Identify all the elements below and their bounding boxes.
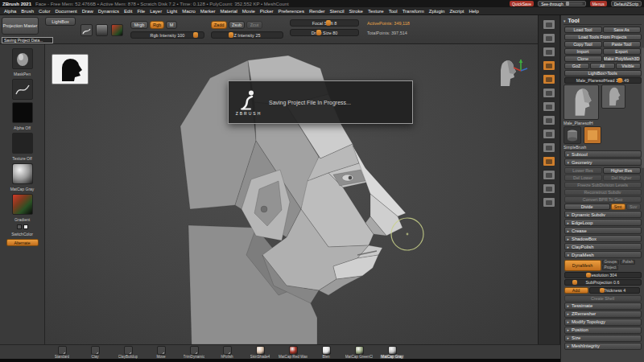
- menu-item[interactable]: Picker: [260, 9, 274, 14]
- menu-item[interactable]: Brush: [21, 9, 34, 14]
- subsection-header[interactable]: Size: [564, 335, 642, 342]
- menu-item[interactable]: Draw: [82, 9, 93, 14]
- subsection-header[interactable]: Position: [564, 327, 642, 334]
- geometry-button[interactable]: Suv: [626, 204, 641, 210]
- shelf-item[interactable]: hPolish: [212, 346, 242, 359]
- create-shell-button[interactable]: Create Shell: [564, 295, 642, 302]
- subsection-header[interactable]: ShadowBox: [564, 235, 642, 242]
- tool-button[interactable]: LightBox>Tools: [564, 70, 642, 76]
- menu-item[interactable]: Material: [221, 9, 237, 14]
- menu-item[interactable]: Movie: [242, 9, 255, 14]
- shelf-item[interactable]: MatCap Red Wax: [278, 346, 308, 359]
- shelf-item[interactable]: TrimDynamic: [179, 346, 209, 359]
- menu-item[interactable]: Color: [39, 9, 50, 14]
- menu-item[interactable]: Alpha: [4, 9, 16, 14]
- draw-size-slider[interactable]: Draw Size 80: [290, 29, 359, 36]
- menu-item[interactable]: Dynamics: [98, 9, 119, 14]
- menu-item[interactable]: Marker: [200, 9, 216, 14]
- subsection-header[interactable]: Modify Topology: [564, 319, 642, 326]
- mrgb-button[interactable]: Mrgb: [130, 21, 148, 29]
- menu-item[interactable]: Stroke: [349, 9, 363, 14]
- geometry-button[interactable]: Divide: [564, 204, 610, 210]
- tool-button[interactable]: Load Tools From Projects: [564, 34, 642, 40]
- lightbox-button[interactable]: LightBox: [45, 17, 76, 26]
- menu-item[interactable]: Tool: [389, 9, 398, 14]
- zcut-button[interactable]: Zcut: [246, 21, 262, 29]
- zsub-button[interactable]: Zsub: [229, 21, 245, 29]
- shelf-item[interactable]: Move: [146, 346, 176, 359]
- tool-button[interactable]: Copy Tool: [564, 41, 602, 47]
- dynamesh-toggle[interactable]: Groups: [602, 260, 620, 265]
- palette-icon[interactable]: [543, 19, 555, 30]
- sculpt-canvas[interactable]: ZBRUSH Saving Project File In Progress..…: [45, 44, 538, 344]
- axis-gizmo-icon[interactable]: [512, 56, 530, 78]
- see-through-track[interactable]: [565, 2, 583, 5]
- palette-icon[interactable]: [543, 156, 555, 167]
- default-zscript-button[interactable]: DefaultZScrip: [611, 1, 642, 6]
- palette-icon[interactable]: [543, 115, 555, 125]
- tool-button[interactable]: Import: [564, 48, 602, 55]
- alpha-thumbnail[interactable]: [12, 102, 33, 123]
- subsection-header[interactable]: Tessimate: [564, 302, 642, 310]
- current-tool-thumbnail[interactable]: [564, 84, 599, 120]
- quicksave-button[interactable]: QuickSave: [510, 1, 534, 6]
- tool-button[interactable]: Export: [603, 48, 641, 55]
- geometry-button[interactable]: Convert BPR To Geo: [564, 196, 642, 203]
- see-through-knob[interactable]: [566, 2, 569, 6]
- menu-item[interactable]: Zscript: [449, 9, 464, 14]
- menu-item[interactable]: Transform: [402, 9, 424, 14]
- geometry-button[interactable]: Del Lower: [564, 175, 602, 181]
- subsection-header[interactable]: Dynamic Subdiv: [564, 211, 642, 218]
- shelf-item[interactable]: Clay: [80, 346, 110, 359]
- tool-button[interactable]: Clone: [564, 56, 602, 62]
- dynamesh-toggle[interactable]: Project: [602, 265, 619, 270]
- menus-button[interactable]: Menus: [590, 1, 607, 6]
- palette-icon[interactable]: [543, 142, 555, 153]
- secondary-color-swatch[interactable]: [23, 224, 28, 229]
- stroke-icon[interactable]: [96, 24, 108, 36]
- current-tool-slider[interactable]: Male_PlanesofHead 126.49: [564, 77, 642, 84]
- color-icon[interactable]: [111, 24, 123, 36]
- material-thumbnail[interactable]: [12, 163, 33, 184]
- subsection-header[interactable]: ClayPolish: [564, 243, 642, 250]
- shelf-item[interactable]: Blen: [311, 346, 341, 359]
- z-intensity-slider[interactable]: Z Intensity 25: [211, 31, 283, 39]
- palette-icon[interactable]: [543, 47, 555, 57]
- current-brush-icon[interactable]: [80, 24, 93, 36]
- palette-icon[interactable]: [543, 33, 555, 43]
- geometry-button[interactable]: Del Higher: [603, 175, 641, 181]
- add-button[interactable]: Add: [564, 287, 588, 294]
- projection-master-button[interactable]: Projection Master: [2, 17, 39, 35]
- focal-shift-slider[interactable]: Focal Shift 8: [290, 19, 359, 27]
- dynamesh-button[interactable]: DynaMesh: [564, 260, 601, 271]
- see-through-slider[interactable]: See-through: [538, 1, 586, 6]
- geometry-button[interactable]: Freeze SubDivision Levels: [564, 182, 642, 188]
- tool-thumbnail-simplebrush[interactable]: [584, 126, 601, 144]
- geometry-button[interactable]: Reconstruct Subdiv: [564, 189, 642, 195]
- subprojection-slider[interactable]: SubProjection 0.6: [564, 279, 642, 286]
- shelf-item[interactable]: Standard: [47, 346, 77, 359]
- tool-button[interactable]: Load Tool: [564, 27, 602, 33]
- palette-icon[interactable]: [543, 60, 555, 71]
- tool-button[interactable]: Visible: [616, 63, 641, 69]
- palette-icon[interactable]: [543, 74, 555, 84]
- shelf-item[interactable]: ClayBuildup: [113, 346, 143, 359]
- tool-button[interactable]: Make PolyMesh3D: [603, 56, 641, 62]
- thickness-slider[interactable]: Thickness 4: [589, 287, 640, 294]
- zadd-button[interactable]: Zadd: [211, 21, 227, 29]
- menu-item[interactable]: Document: [55, 9, 76, 14]
- menu-item[interactable]: Render: [309, 9, 325, 14]
- tool-button[interactable]: Paste Tool: [603, 41, 641, 47]
- menu-item[interactable]: Edit: [124, 9, 132, 14]
- shelf-item[interactable]: MatCap GreenCl: [344, 346, 374, 359]
- rgb-intensity-slider[interactable]: Rgb Intensity 100: [130, 31, 204, 39]
- menu-item[interactable]: Layer: [150, 9, 162, 14]
- tool-thumbnail-cylinder[interactable]: [564, 126, 581, 144]
- main-color-swatch[interactable]: [17, 224, 22, 229]
- menu-item[interactable]: Texture: [368, 9, 384, 14]
- menu-item[interactable]: Light: [167, 9, 177, 14]
- palette-icon[interactable]: [543, 129, 555, 139]
- shelf-item[interactable]: MatCap Gray: [377, 346, 407, 359]
- geometry-section-header[interactable]: Geometry: [564, 158, 642, 166]
- dynamesh-section-header[interactable]: DynaMesh: [564, 251, 642, 258]
